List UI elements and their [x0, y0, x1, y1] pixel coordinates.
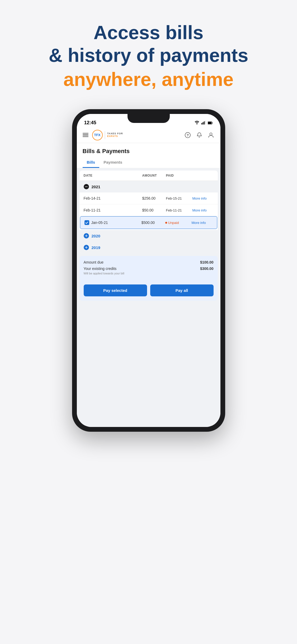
bill-row-3[interactable]: Jan-05-21 $500.00 Unpaid More info — [80, 216, 217, 229]
logo-divider — [105, 131, 105, 139]
col-date: DATE — [84, 174, 142, 177]
phone-wrapper: 12:45 — [72, 104, 225, 453]
svg-rect-9 — [85, 187, 88, 187]
credits-row: Your existing credits $300.00 — [84, 266, 214, 271]
hamburger-line — [83, 136, 88, 137]
credits-sub: Will be applied towards your bill — [84, 272, 214, 275]
svg-rect-2 — [204, 121, 205, 125]
bill-date-3: Jan-05-21 — [84, 220, 142, 225]
table-header: DATE AMOUNT PAID — [79, 171, 218, 181]
amount-due-value: $100.00 — [200, 260, 214, 264]
hero-line1: Access bills — [49, 21, 248, 44]
nav-left: TFX TAXES FOR EXPATS — [83, 130, 123, 140]
more-info-1[interactable]: More info — [192, 196, 214, 200]
more-info-2[interactable]: More info — [192, 208, 214, 212]
phone-screen: 12:45 — [77, 114, 220, 427]
collapse-icon-2021 — [84, 184, 89, 189]
bell-icon[interactable] — [196, 131, 203, 139]
bill-date-1: Feb-14-21 — [84, 196, 142, 200]
svg-rect-3 — [205, 121, 206, 125]
bill-paid-3: Unpaid — [165, 221, 192, 225]
expand-icon-2020 — [84, 233, 89, 238]
summary-section: Amount due $100.00 Your existing credits… — [79, 256, 218, 281]
pay-selected-button[interactable]: Pay selected — [84, 284, 147, 296]
status-time: 12:45 — [84, 120, 96, 126]
svg-point-8 — [210, 133, 212, 135]
logo-text-bottom: EXPATS — [107, 135, 123, 138]
unpaid-dot — [165, 222, 167, 224]
bill-paid-2: Feb-11-21 — [166, 208, 192, 212]
page-title: Bills & Payments — [83, 148, 215, 158]
svg-rect-5 — [208, 122, 211, 124]
year-label-2021: 2021 — [92, 185, 100, 189]
battery-icon — [208, 121, 213, 126]
year-row-2021[interactable]: 2021 — [79, 181, 218, 192]
bills-table: DATE AMOUNT PAID 2021 — [79, 171, 218, 253]
svg-rect-1 — [202, 122, 203, 125]
more-info-3[interactable]: More info — [192, 221, 213, 225]
year-label-2019: 2019 — [92, 245, 100, 250]
page-content: Bills & Payments Bills Payments DATE AMO… — [77, 143, 220, 427]
nav-right: ? — [184, 131, 215, 139]
credits-label: Your existing credits — [84, 266, 117, 271]
bill-paid-1: Feb-15-21 — [166, 196, 192, 200]
amount-due-row: Amount due $100.00 — [84, 260, 214, 264]
bill-date-2: Feb-11-21 — [84, 208, 142, 212]
bill-amount-3: $500.00 — [142, 220, 165, 225]
hamburger-line — [83, 135, 88, 135]
year-row-2020[interactable]: 2020 — [79, 230, 218, 242]
signal-icon — [201, 121, 206, 126]
hero-section: Access bills & history of payments anywh… — [33, 0, 264, 104]
status-icons — [195, 121, 213, 126]
hamburger-menu[interactable] — [83, 133, 88, 137]
page-header: Bills & Payments Bills Payments — [77, 143, 220, 168]
col-amount: AMOUNT — [142, 174, 166, 177]
logo-circle: TFX — [92, 130, 103, 140]
svg-rect-0 — [201, 123, 202, 125]
hero-line2: & history of payments — [49, 44, 248, 67]
tab-payments[interactable]: Payments — [99, 158, 126, 168]
col-paid: PAID — [166, 174, 192, 177]
nav-bar: TFX TAXES FOR EXPATS ? — [77, 127, 220, 143]
bill-amount-2: $50.00 — [142, 208, 166, 212]
year-row-2019[interactable]: 2019 — [79, 242, 218, 253]
pay-all-button[interactable]: Pay all — [150, 284, 214, 296]
svg-text:?: ? — [187, 133, 189, 137]
status-bar: 12:45 — [77, 114, 220, 127]
svg-rect-11 — [85, 236, 88, 236]
hamburger-line — [83, 133, 88, 134]
phone-mockup: 12:45 — [72, 109, 225, 432]
amount-due-label: Amount due — [84, 260, 104, 264]
expand-icon-2019 — [84, 245, 89, 250]
credits-value: $300.00 — [200, 266, 214, 271]
bill-row-2[interactable]: Feb-11-21 $50.00 Feb-11-21 More info — [79, 204, 218, 216]
profile-icon[interactable] — [207, 131, 215, 139]
bill-row-1[interactable]: Feb-14-21 $256.00 Feb-15-21 More info — [79, 192, 218, 204]
hero-line3: anywhere, anytime — [49, 68, 248, 91]
tabs: Bills Payments — [83, 158, 215, 168]
tab-bills[interactable]: Bills — [83, 158, 100, 168]
col-action — [192, 174, 214, 177]
logo-text: TAXES FOR EXPATS — [107, 132, 123, 138]
action-buttons: Pay selected Pay all — [79, 281, 218, 301]
checkbox-3[interactable] — [84, 220, 89, 225]
logo: TFX TAXES FOR EXPATS — [92, 130, 123, 140]
wifi-icon — [195, 121, 199, 126]
help-icon[interactable]: ? — [184, 131, 191, 139]
year-label-2020: 2020 — [92, 234, 100, 238]
bill-amount-1: $256.00 — [142, 196, 166, 200]
svg-rect-13 — [85, 247, 88, 248]
